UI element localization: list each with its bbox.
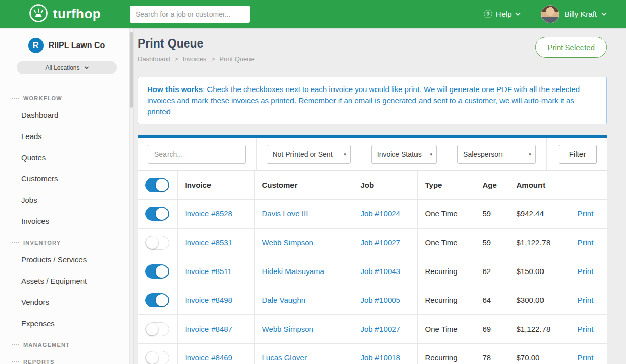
type-cell: Recurring	[417, 286, 475, 314]
age-cell: 64	[475, 286, 509, 314]
print-link[interactable]: Print	[578, 353, 594, 362]
topbar: turfhop ? Help Billy Kraft	[0, 0, 626, 28]
print-cell: Print	[570, 286, 607, 314]
invoice-link[interactable]: Invoice #8531	[185, 238, 232, 247]
sidebar-section-workflow: WORKFLOW	[0, 87, 133, 105]
sidebar-item-vendors[interactable]: Vendors	[0, 292, 133, 313]
customer-link[interactable]: Dale Vaughn	[262, 296, 306, 304]
age-cell: 78	[475, 343, 509, 364]
invoice-link[interactable]: Invoice #8487	[185, 325, 232, 333]
breadcrumb-invoices[interactable]: Invoices	[183, 55, 207, 63]
filter-select-salesperson[interactable]: Salesperson ▾	[457, 145, 536, 164]
customer-link[interactable]: Webb Simpson	[262, 325, 313, 333]
locations-dropdown[interactable]: All Locations	[17, 61, 117, 74]
chevron-down-icon[interactable]	[602, 11, 607, 16]
print-cell: Print	[570, 199, 607, 228]
type-cell: One Time	[417, 314, 475, 343]
section-label: INVENTORY	[23, 240, 61, 246]
job-link[interactable]: Job #10043	[361, 267, 400, 276]
print-link[interactable]: Print	[578, 296, 594, 304]
filter-bar: Not Printed or Sent ▾ Invoice Status ▾ S…	[138, 138, 607, 171]
sidebar-item-products-services[interactable]: Products / Services	[0, 249, 133, 270]
select-all-toggle[interactable]	[145, 178, 169, 192]
breadcrumb-dashboard[interactable]: Dashboard	[138, 55, 170, 63]
customer-cell: Lucas Glover	[254, 343, 353, 364]
job-link[interactable]: Job #10018	[361, 353, 400, 362]
brand[interactable]: turfhop	[0, 4, 130, 25]
print-link[interactable]: Print	[578, 267, 594, 276]
invoice-link[interactable]: Invoice #8498	[185, 296, 232, 304]
toggle-knob	[146, 323, 158, 335]
customer-link[interactable]: Lucas Glover	[262, 353, 307, 362]
section-label: WORKFLOW	[23, 95, 62, 101]
sidebar-item-invoices[interactable]: Invoices	[0, 211, 133, 232]
row-select-cell	[138, 199, 177, 228]
toggle-knob	[146, 237, 158, 249]
sidebar-item-customers[interactable]: Customers	[0, 168, 133, 190]
table-row: Invoice #8511Hideki MatsuyamaJob #10043R…	[138, 257, 607, 286]
sidebar-item-dashboard[interactable]: Dashboard	[0, 105, 133, 126]
invoice-link[interactable]: Invoice #8511	[185, 267, 232, 276]
invoice-select-toggle[interactable]	[145, 236, 169, 250]
job-cell: Job #10043	[353, 257, 417, 286]
amount-cell: $70.00	[509, 343, 570, 364]
invoice-cell: Invoice #8511	[177, 257, 254, 286]
section-dash-icon	[12, 242, 19, 243]
print-link[interactable]: Print	[578, 325, 594, 333]
amount-cell: $300.00	[509, 286, 570, 314]
type-cell: One Time	[417, 199, 475, 228]
header-age: Age	[475, 171, 509, 199]
sidebar-item-expenses[interactable]: Expenses	[0, 313, 133, 334]
help-menu[interactable]: ? Help	[484, 10, 520, 18]
invoice-link[interactable]: Invoice #8469	[185, 353, 232, 362]
sidebar-scrollbar[interactable]	[130, 32, 133, 108]
job-link[interactable]: Job #10024	[361, 209, 400, 218]
job-link[interactable]: Job #10005	[361, 296, 400, 304]
breadcrumb-separator-icon: >	[211, 56, 215, 63]
invoice-select-toggle[interactable]	[145, 351, 169, 364]
sidebar-nav: WORKFLOWDashboardLeadsQuotesCustomersJob…	[0, 83, 133, 364]
filter-select-printed-status[interactable]: Not Printed or Sent ▾	[267, 145, 350, 164]
job-link[interactable]: Job #10027	[361, 325, 400, 333]
print-link[interactable]: Print	[578, 238, 594, 247]
invoice-select-toggle[interactable]	[145, 293, 169, 307]
sidebar-section-management: MANAGEMENT	[0, 334, 133, 351]
job-link[interactable]: Job #10027	[361, 238, 400, 247]
user-name[interactable]: Billy Kraft	[565, 10, 597, 18]
sidebar-item-quotes[interactable]: Quotes	[0, 147, 133, 168]
print-selected-button[interactable]: Print Selected	[535, 37, 607, 58]
customer-link[interactable]: Hideki Matsuyama	[262, 267, 324, 276]
invoice-cell: Invoice #8469	[177, 343, 254, 364]
row-select-cell	[138, 343, 177, 364]
table-search-input[interactable]	[148, 145, 246, 164]
sidebar-item-jobs[interactable]: Jobs	[0, 190, 133, 211]
global-search-input[interactable]	[130, 6, 250, 23]
avatar[interactable]	[541, 5, 559, 23]
sidebar-section-inventory: INVENTORY	[0, 232, 133, 249]
invoice-select-toggle[interactable]	[145, 264, 169, 279]
print-queue-panel: Not Printed or Sent ▾ Invoice Status ▾ S…	[138, 135, 607, 364]
invoice-select-toggle[interactable]	[145, 322, 169, 336]
age-cell: 62	[475, 257, 509, 286]
job-cell: Job #10027	[353, 228, 417, 257]
print-cell: Print	[570, 343, 607, 364]
sidebar-item-assets-equipment[interactable]: Assets / Equipment	[0, 270, 133, 292]
invoice-select-toggle[interactable]	[145, 207, 169, 221]
amount-cell: $1,122.78	[509, 228, 570, 257]
job-cell: Job #10005	[353, 286, 417, 314]
customer-link[interactable]: Davis Love III	[262, 209, 308, 218]
row-select-cell	[138, 286, 177, 314]
print-link[interactable]: Print	[578, 209, 594, 218]
company-name: RIIPL Lawn Co	[49, 41, 105, 50]
sidebar-item-leads[interactable]: Leads	[0, 126, 133, 147]
type-cell: One Time	[417, 228, 475, 257]
breadcrumb: Dashboard > Invoices > Print Queue	[138, 55, 255, 63]
filter-select-invoice-status[interactable]: Invoice Status ▾	[371, 145, 437, 164]
chevron-down-icon	[84, 65, 88, 69]
invoice-link[interactable]: Invoice #8528	[185, 209, 232, 218]
job-cell: Job #10027	[353, 314, 417, 343]
filter-button[interactable]: Filter	[559, 145, 597, 164]
invoice-table-body: Invoice #8528Davis Love IIIJob #10024One…	[138, 199, 607, 364]
header-actions	[570, 171, 607, 199]
customer-link[interactable]: Webb Simpson	[262, 238, 313, 247]
